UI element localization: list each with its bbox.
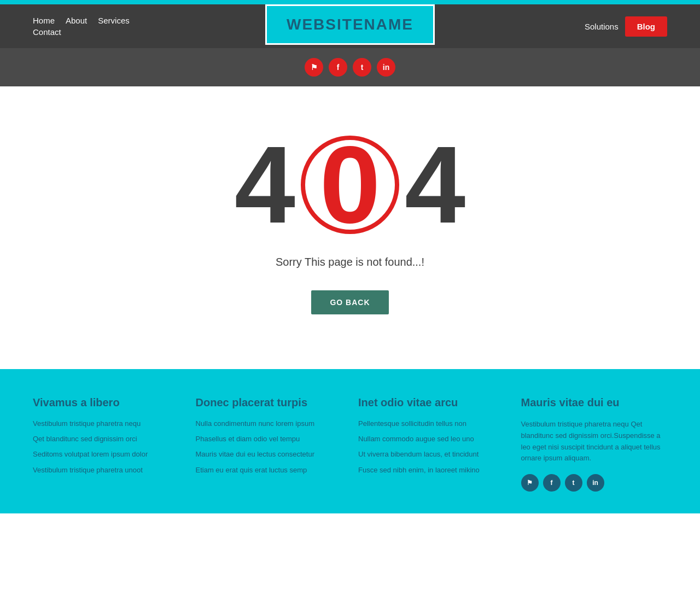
footer-col-4: Mauris vitae dui eu Vestibulum tristique…	[521, 396, 668, 492]
nav-left: Home About Services Contact	[33, 16, 130, 37]
nav-about[interactable]: About	[66, 16, 87, 25]
footer-col-2-link-3[interactable]: Mauris vitae dui eu lectus consectetur	[196, 449, 342, 459]
footer-social-linkedin-icon[interactable]: in	[587, 474, 604, 492]
footer-col-3-link-3[interactable]: Ut viverra bibendum lacus, et tincidunt	[358, 449, 505, 459]
footer-social-facebook-icon[interactable]: f	[543, 474, 561, 492]
header-top-bar	[0, 0, 700, 4]
footer-col-1-title: Vivamus a libero	[33, 396, 179, 409]
nav-services[interactable]: Services	[98, 16, 130, 25]
footer-social-run-icon[interactable]: ⚑	[521, 474, 539, 492]
logo-box: WEBSITENAME	[265, 4, 435, 45]
social-linkedin-icon[interactable]: in	[377, 58, 395, 77]
nav-solutions[interactable]: Solutions	[585, 22, 619, 31]
error-message: Sorry This page is not found...!	[11, 256, 689, 268]
footer-col-4-text: Vestibulum tristique pharetra nequ Qet b…	[521, 419, 668, 464]
error-code-right: 4	[405, 130, 465, 239]
go-back-button[interactable]: GO BACK	[311, 290, 388, 314]
footer-col-2-link-2[interactable]: Phasellus et diam odio vel tempu	[196, 434, 342, 444]
footer-col-2-title: Donec placerat turpis	[196, 396, 342, 409]
footer-col-1-link-3[interactable]: Seditoms volutpat lorem ipsum dolor	[33, 449, 179, 459]
footer-col-2-link-4[interactable]: Etiam eu erat quis erat luctus semp	[196, 465, 342, 475]
footer-social-twitter-icon[interactable]: t	[565, 474, 582, 492]
nav-blog-button[interactable]: Blog	[625, 16, 667, 37]
error-section: 4 0 4 Sorry This page is not found...! G…	[0, 86, 700, 369]
footer-col-3-title: Inet odio vitae arcu	[358, 396, 505, 409]
logo-area: WEBSITENAME	[265, 4, 435, 45]
nav-right: Solutions Blog	[585, 16, 667, 37]
footer-col-2-link-1[interactable]: Nulla condimentum nunc lorem ipsum	[196, 419, 342, 429]
social-bar: ⚑ f t in	[0, 48, 700, 86]
nav-row-1: Home About Services	[33, 16, 130, 25]
footer-col-3-link-2[interactable]: Nullam commodo augue sed leo uno	[358, 434, 505, 444]
nav-home[interactable]: Home	[33, 16, 55, 25]
logo-text: WEBSITENAME	[287, 16, 413, 33]
site-header: Home About Services Contact WEBSITENAME …	[0, 0, 700, 86]
footer-col-4-title: Mauris vitae dui eu	[521, 396, 668, 409]
social-facebook-icon[interactable]: f	[329, 58, 347, 77]
error-code-zero: 0	[301, 136, 399, 234]
footer-social-icons: ⚑ f t in	[521, 474, 668, 492]
nav-contact[interactable]: Contact	[33, 27, 61, 37]
footer-col-1: Vivamus a libero Vestibulum tristique ph…	[33, 396, 179, 492]
footer-col-3: Inet odio vitae arcu Pellentesque sollic…	[358, 396, 505, 492]
footer-col-2: Donec placerat turpis Nulla condimentum …	[196, 396, 342, 492]
footer-col-3-link-4[interactable]: Fusce sed nibh enim, in laoreet mikino	[358, 465, 505, 475]
footer-col-1-link-4[interactable]: Vestibulum tristique pharetra unoot	[33, 465, 179, 475]
site-footer: Vivamus a libero Vestibulum tristique ph…	[0, 369, 700, 513]
footer-col-3-link-1[interactable]: Pellentesque sollicitudin tellus non	[358, 419, 505, 429]
nav-row-2: Contact	[33, 27, 130, 37]
error-code-left: 4	[235, 130, 295, 239]
social-run-icon[interactable]: ⚑	[305, 58, 323, 77]
error-code: 4 0 4	[11, 130, 689, 239]
footer-col-1-link-2[interactable]: Qet blanditunc sed dignissim orci	[33, 434, 179, 444]
social-twitter-icon[interactable]: t	[353, 58, 371, 77]
header-main: Home About Services Contact WEBSITENAME …	[0, 4, 700, 48]
footer-col-1-link-1[interactable]: Vestibulum tristique pharetra nequ	[33, 419, 179, 429]
footer-grid: Vivamus a libero Vestibulum tristique ph…	[33, 396, 667, 492]
